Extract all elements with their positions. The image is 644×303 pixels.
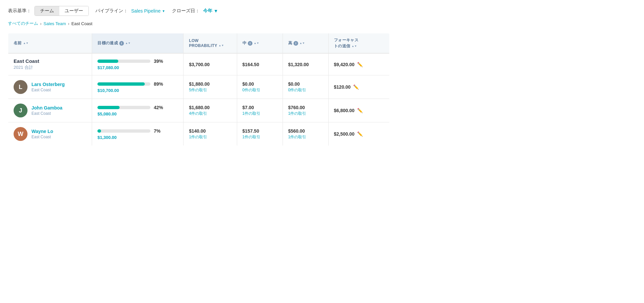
summary-team-name: East Coast	[14, 58, 86, 64]
display-label: 表示基準：	[8, 8, 31, 14]
user-forecast-amount-2: $2,500.00	[334, 131, 354, 137]
user-high-deals-1[interactable]: 1件の取引	[288, 111, 323, 116]
user-high-amount-1: $760.00	[288, 105, 323, 110]
user-progress-amount-2: $1,300.00	[97, 135, 178, 140]
user-mid-cell-1: $7.00 1件の取引	[237, 99, 283, 122]
summary-edit-icon[interactable]: ✏️	[357, 62, 363, 67]
user-button[interactable]: ユーザー	[59, 6, 88, 16]
user-progress-amount-0: $10,700.00	[97, 88, 178, 93]
user-edit-icon-2[interactable]: ✏️	[357, 131, 363, 137]
forecast-table: 名前 ▲▼ 目標の達成 i ▲▼ LOW PROBABILITY	[8, 33, 390, 146]
east-coast-summary-row: East Coast 2021 合計 39% $17,080.00 $3,700…	[8, 53, 390, 75]
avatar-img-1: J	[14, 104, 27, 117]
user-name-cell-0: L Lars Osterberg East Coast	[8, 75, 92, 99]
team-button[interactable]: チーム	[35, 6, 59, 16]
breadcrumb-all-teams[interactable]: すべてのチーム	[8, 21, 38, 26]
user-forecast-amount-0: $120.00	[334, 84, 351, 90]
user-team-1: East Coast	[31, 111, 62, 116]
user-progress-pct-2: 7%	[154, 128, 160, 134]
summary-mid-cell: $164.50	[237, 53, 283, 75]
avatar-img-2: W	[14, 127, 27, 141]
user-low-cell-1: $1,680.00 4件の取引	[184, 99, 237, 122]
th-mid[interactable]: 中 i ▲▼	[237, 33, 283, 54]
user-high-deals-0[interactable]: 0件の取引	[288, 87, 323, 93]
user-mid-cell-2: $157.50 1件の取引	[237, 122, 283, 146]
user-name-link-1[interactable]: John Gamboa	[31, 105, 62, 110]
th-high-info-icon: i	[294, 41, 298, 46]
th-name[interactable]: 名前 ▲▼	[8, 33, 92, 54]
th-high[interactable]: 高 i ▲▼	[283, 33, 328, 54]
summary-mid-amount: $164.50	[242, 62, 277, 67]
user-progress-bar-fill-2	[97, 129, 101, 133]
th-forecast-line1: フォーキャス	[334, 37, 358, 43]
breadcrumb-sep-2: ›	[68, 21, 69, 26]
th-target[interactable]: 目標の達成 i ▲▼	[92, 33, 184, 54]
user-progress-bar-fill-1	[97, 106, 120, 109]
th-forecast-line2: トの送信	[334, 43, 350, 49]
user-mid-amount-1: $7.00	[242, 105, 277, 110]
view-toggle: チーム ユーザー	[34, 6, 89, 16]
th-low-sort-icon: ▲▼	[219, 44, 224, 47]
th-forecast-sort-icon: ▲▼	[351, 45, 357, 48]
user-forecast-cell-0: $120.00 ✏️	[328, 75, 389, 99]
user-progress-bar-bg-0	[97, 82, 150, 86]
summary-high-amount: $1,320.00	[288, 62, 323, 67]
user-progress-cell-2: 7% $1,300.00	[92, 122, 184, 146]
user-team-0: East Coast	[31, 88, 65, 92]
summary-forecast-amount: $9,420.00	[334, 62, 354, 67]
pipeline-chevron-icon: ▼	[162, 9, 165, 13]
user-forecast-amount-1: $6,800.00	[334, 108, 354, 113]
th-low-probability[interactable]: LOW PROBABILITY ▲▼	[184, 33, 237, 54]
user-low-cell-0: $1,880.00 5件の取引	[184, 75, 237, 99]
user-progress-bar-bg-2	[97, 129, 150, 133]
close-date-chevron-icon: ▼	[214, 8, 218, 14]
user-mid-deals-1[interactable]: 1件の取引	[242, 111, 277, 116]
user-progress-amount-1: $5,080.00	[97, 111, 178, 116]
close-date-select[interactable]: 今年 ▼	[203, 8, 218, 14]
user-progress-cell-0: 89% $10,700.00	[92, 75, 184, 99]
th-target-info-icon: i	[119, 41, 124, 46]
th-high-sort-icon: ▲▼	[299, 42, 305, 45]
user-forecast-cell-2: $2,500.00 ✏️	[328, 122, 389, 146]
user-progress-bar-bg-1	[97, 106, 150, 109]
user-progress-cell-1: 42% $5,080.00	[92, 99, 184, 122]
th-name-label: 名前	[14, 40, 22, 46]
summary-low-amount: $3,700.00	[189, 62, 231, 67]
user-name-cell-1: J John Gamboa East Coast	[8, 99, 92, 122]
user-low-deals-1[interactable]: 4件の取引	[189, 111, 231, 116]
th-mid-label: 中	[242, 40, 246, 46]
user-edit-icon-0[interactable]: ✏️	[353, 84, 359, 90]
filter-bar: 表示基準： チーム ユーザー パイプライン： Sales Pipeline ▼ …	[8, 6, 390, 16]
user-progress-bar-fill-0	[97, 82, 144, 86]
breadcrumb-sales-team[interactable]: Sales Team	[43, 21, 66, 26]
user-low-deals-0[interactable]: 5件の取引	[189, 87, 231, 93]
th-name-sort-icon: ▲▼	[23, 42, 29, 45]
user-name-link-0[interactable]: Lars Osterberg	[31, 82, 65, 87]
th-mid-sort-icon: ▲▼	[254, 42, 259, 45]
table-row: W Wayne Lo East Coast 7%	[8, 122, 390, 146]
th-mid-info-icon: i	[248, 41, 252, 46]
user-progress-pct-1: 42%	[154, 105, 163, 110]
breadcrumb-sep-1: ›	[40, 21, 41, 26]
table-row: J John Gamboa East Coast 42%	[8, 99, 390, 122]
user-mid-deals-2[interactable]: 1件の取引	[242, 134, 277, 140]
avatar-img-0: L	[14, 80, 27, 94]
th-low-probability-label: PROBABILITY	[189, 43, 217, 48]
breadcrumb: すべてのチーム › Sales Team › East Coast	[8, 21, 390, 26]
avatar-2: W	[14, 127, 27, 141]
user-high-deals-2[interactable]: 1件の取引	[288, 134, 323, 140]
user-team-2: East Coast	[31, 135, 53, 139]
pipeline-value: Sales Pipeline	[131, 8, 161, 14]
summary-progress-cell: 39% $17,080.00	[92, 53, 184, 75]
pipeline-select[interactable]: Sales Pipeline ▼	[131, 8, 165, 14]
user-mid-deals-0[interactable]: 0件の取引	[242, 87, 277, 93]
user-edit-icon-1[interactable]: ✏️	[357, 108, 363, 113]
user-high-amount-2: $560.00	[288, 128, 323, 134]
table-row: L Lars Osterberg East Coast 89%	[8, 75, 390, 99]
user-name-link-2[interactable]: Wayne Lo	[31, 129, 53, 134]
th-target-label: 目標の達成	[97, 40, 118, 46]
user-low-deals-2[interactable]: 1件の取引	[189, 134, 231, 140]
user-mid-amount-2: $157.50	[242, 128, 277, 134]
summary-low-cell: $3,700.00	[184, 53, 237, 75]
th-forecast[interactable]: フォーキャス トの送信 ▲▼	[328, 33, 389, 54]
